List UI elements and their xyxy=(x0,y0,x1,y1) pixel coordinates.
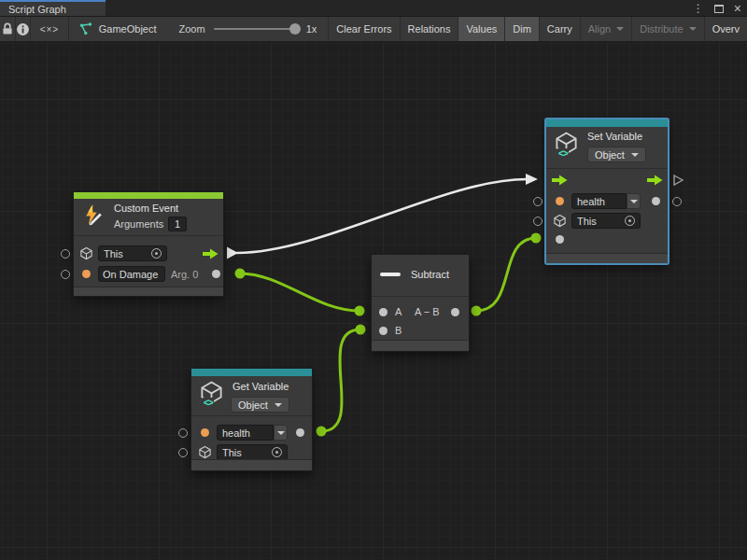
target-value: This xyxy=(577,216,597,227)
lock-icon xyxy=(0,21,15,36)
window-tab-bar: Script Graph ⋮ × xyxy=(0,0,747,17)
target-field[interactable]: This xyxy=(98,245,167,261)
divider xyxy=(74,235,223,236)
script-graph-icon xyxy=(78,22,92,35)
variable-name-dropdown[interactable] xyxy=(627,193,641,209)
event-name-port[interactable] xyxy=(82,270,91,278)
info-button[interactable] xyxy=(16,17,31,41)
cube-icon xyxy=(198,445,212,459)
ext-input-port[interactable] xyxy=(178,428,188,438)
ext-input-port[interactable] xyxy=(533,217,543,226)
dim-toggle[interactable]: Dim xyxy=(505,17,540,41)
divider xyxy=(546,168,668,169)
node-title: Custom Event xyxy=(114,203,178,214)
value-output-port[interactable] xyxy=(652,197,660,205)
input-a-port[interactable] xyxy=(379,308,388,316)
port-endpoint-dot[interactable] xyxy=(317,427,327,437)
port-endpoint-dot[interactable] xyxy=(355,306,365,316)
variable-name-dropdown[interactable] xyxy=(274,425,288,441)
port-endpoint-dot[interactable] xyxy=(235,269,246,279)
chevron-down-icon xyxy=(689,27,697,31)
node-get-variable[interactable]: <> Get Variable Object health This xyxy=(190,368,313,471)
ext-input-port[interactable] xyxy=(178,448,188,457)
ext-input-port[interactable] xyxy=(533,197,543,206)
zoom-slider-handle[interactable] xyxy=(289,23,301,35)
node-subtract[interactable]: Subtract A A − B B xyxy=(371,254,470,352)
event-name-field[interactable]: On Damage xyxy=(98,266,165,282)
arguments-input[interactable]: 1 xyxy=(168,217,187,231)
value-input-port[interactable] xyxy=(556,235,564,244)
node-set-variable[interactable]: <> Set Variable Object health This xyxy=(545,119,669,264)
node-title: Subtract xyxy=(411,269,449,280)
flow-out-connected-triangle[interactable] xyxy=(227,247,238,259)
target-picker-icon[interactable] xyxy=(625,216,635,226)
node-footer xyxy=(546,253,668,263)
port-endpoint-dot[interactable] xyxy=(472,306,482,316)
variable-name-port[interactable] xyxy=(201,428,209,437)
tab-title: Script Graph xyxy=(8,4,66,15)
clear-errors-button[interactable]: Clear Errors xyxy=(329,17,400,41)
wire-value-subtract-setvariable[interactable] xyxy=(476,238,536,311)
result-output-port[interactable] xyxy=(451,308,459,316)
arg0-output-port[interactable] xyxy=(212,270,220,278)
node-footer xyxy=(74,287,223,296)
target-field[interactable]: This xyxy=(571,213,641,229)
wire-flow-customevent-setvariable[interactable] xyxy=(236,179,527,253)
arguments-label: Arguments xyxy=(114,218,163,230)
node-custom-event[interactable]: Custom Event Arguments 1 This On Damage … xyxy=(73,191,224,297)
cube-icon xyxy=(553,214,567,228)
variable-colorbar xyxy=(546,119,668,127)
zoom-slider[interactable] xyxy=(214,28,298,30)
ext-output-port[interactable] xyxy=(672,197,682,206)
window-controls: ⋮ × xyxy=(693,0,741,17)
flow-in-arrow[interactable] xyxy=(552,175,568,186)
port-endpoint-dot[interactable] xyxy=(531,233,542,244)
target-picker-icon[interactable] xyxy=(272,447,282,457)
set-variable-icon: <> xyxy=(554,131,579,157)
ext-input-port[interactable] xyxy=(61,270,70,279)
target-picker-icon[interactable] xyxy=(151,248,162,259)
code-preview-button[interactable]: <×> xyxy=(31,17,69,41)
input-b-label: B xyxy=(395,325,402,336)
target-value: This xyxy=(104,248,123,259)
relations-button[interactable]: Relations xyxy=(401,17,459,41)
scope-dropdown[interactable]: Object xyxy=(231,397,289,413)
wire-value-getvariable-subtract-b[interactable] xyxy=(321,329,360,431)
info-icon xyxy=(16,22,30,36)
port-endpoint-dot[interactable] xyxy=(356,325,366,335)
variable-name-port[interactable] xyxy=(556,197,564,205)
graph-owner[interactable]: GameObject xyxy=(69,17,168,41)
target-field[interactable]: This xyxy=(217,444,288,460)
variable-colorbar xyxy=(191,369,312,376)
window-menu-icon[interactable]: ⋮ xyxy=(693,3,704,14)
flow-out-arrow[interactable] xyxy=(647,175,663,186)
wire-arrowhead xyxy=(526,174,538,185)
zoom-label: Zoom xyxy=(179,23,205,35)
lock-button[interactable] xyxy=(0,17,16,41)
node-footer xyxy=(191,459,312,470)
scope-dropdown[interactable]: Object xyxy=(587,147,646,162)
variable-name-field[interactable]: health xyxy=(571,193,627,209)
event-name-value: On Damage xyxy=(103,269,158,280)
value-output-port[interactable] xyxy=(296,428,304,437)
cube-icon xyxy=(79,246,93,260)
values-toggle[interactable]: Values xyxy=(458,17,505,41)
close-icon[interactable]: × xyxy=(734,2,741,15)
graph-canvas[interactable]: Custom Event Arguments 1 This On Damage … xyxy=(0,42,747,559)
ext-flow-out-port[interactable] xyxy=(672,174,684,187)
maximize-icon[interactable] xyxy=(714,5,724,13)
carry-button[interactable]: Carry xyxy=(540,17,581,41)
align-label: Align xyxy=(588,23,611,35)
custom-event-icon xyxy=(82,203,106,227)
arg0-label: Arg. 0 xyxy=(171,269,198,280)
variable-name-field[interactable]: health xyxy=(217,425,274,441)
wire-value-arg0-subtract-a[interactable] xyxy=(240,273,359,311)
input-b-port[interactable] xyxy=(379,327,388,335)
distribute-dropdown[interactable]: Distribute xyxy=(632,17,704,41)
ext-input-port[interactable] xyxy=(61,249,70,259)
code-icon: <×> xyxy=(40,24,60,35)
flow-out-arrow[interactable] xyxy=(203,248,218,259)
tab-script-graph[interactable]: Script Graph xyxy=(0,0,106,16)
overview-button[interactable]: Overv xyxy=(705,17,747,41)
align-dropdown[interactable]: Align xyxy=(581,17,632,41)
